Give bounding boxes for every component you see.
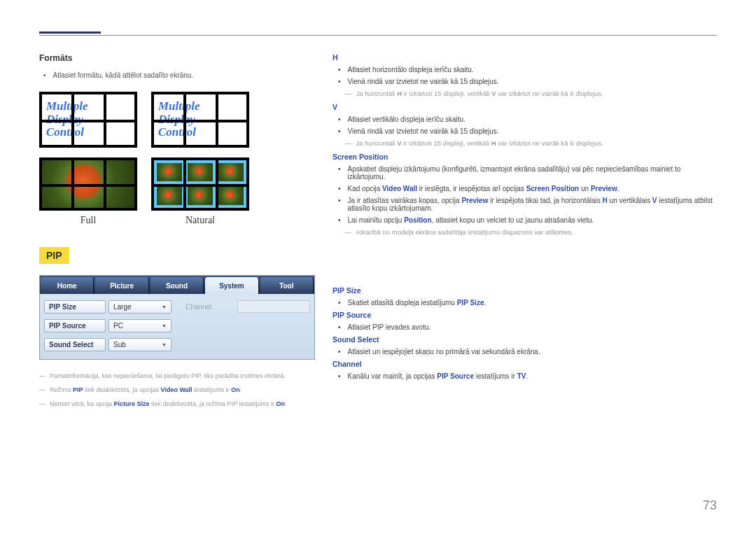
list-item: Atlasiet vertikālo displeja ierīču skait… — [338, 115, 717, 123]
pip-source-select[interactable]: PC▼ — [108, 319, 172, 332]
pip-size-select[interactable]: Large▼ — [108, 300, 172, 314]
list-item: Apskatiet displeju izkārtojumu (konfigur… — [338, 165, 717, 181]
list-item: Atlasiet PIP ievades avotu. — [338, 323, 717, 331]
tab-home[interactable]: Home — [41, 277, 94, 294]
channel-heading: Channel — [332, 360, 717, 368]
screen-position-heading: Screen Position — [332, 153, 717, 161]
list-item: Kanālu var mainīt, ja opcijas PIP Source… — [338, 372, 717, 380]
list-item: Atlasiet horizontālo displeja ierīču ska… — [338, 66, 717, 73]
list-item: Vienā rindā var izvietot ne vairāk kā 15… — [338, 127, 717, 135]
tab-system[interactable]: System — [205, 277, 258, 294]
list-item: Lai mainītu opciju Position, atlasiet ko… — [338, 216, 717, 224]
formats-heading: Formāts — [39, 53, 315, 63]
list-item: Vienā rindā var izvietot ne vairāk kā 15… — [338, 78, 717, 85]
pip-settings-panel: Home Picture Sound System Tool PIP Size … — [39, 275, 315, 360]
pip-size-label: PIP Size — [44, 300, 106, 314]
v-heading: V — [332, 103, 717, 111]
list-item: Skatiet atlasītā displeja iestatījumu PI… — [338, 299, 717, 307]
sound-select-label: Sound Select — [44, 338, 106, 351]
tab-bar: Home Picture Sound System Tool — [40, 276, 314, 294]
grid-natural-bottom — [151, 157, 249, 211]
sound-select-heading: Sound Select — [332, 335, 717, 344]
pip-source-label: PIP Source — [44, 319, 106, 332]
tab-picture[interactable]: Picture — [95, 277, 148, 294]
list-item: Kad opcija Video Wall ir ieslēgta, ir ie… — [338, 185, 717, 192]
channel-label-disabled: Channel — [186, 303, 237, 311]
tab-sound[interactable]: Sound — [150, 277, 204, 294]
list-item: Ja ir atlasītas vairākas kopas, opcija P… — [338, 197, 717, 212]
mode-full-label: Full — [39, 215, 137, 226]
list-item: Atlasiet un iespējojiet skaņu no primārā… — [338, 348, 717, 356]
note: ―Atkarībā no modeļa ekrāna sadalītāja ie… — [345, 228, 717, 236]
note: ―Ja horizontāli V ir izkārtoti 15 disple… — [345, 139, 717, 147]
pip-size-heading: PIP Size — [332, 286, 717, 295]
grid-natural-top: Multiple Display Control — [151, 92, 249, 148]
mode-natural-label: Natural — [151, 215, 249, 226]
h-heading: H — [332, 53, 717, 62]
grid-full-bottom — [39, 157, 137, 211]
formats-grids: Multiple Display Control Full — [39, 92, 315, 226]
sound-select-select[interactable]: Sub▼ — [108, 338, 172, 351]
channel-field-disabled — [237, 300, 310, 313]
pip-source-heading: PIP Source — [332, 311, 717, 319]
note: ―Ja horizontāli H ir izkārtoti 15 disple… — [345, 90, 717, 97]
pip-heading: PIP — [39, 247, 69, 264]
tab-tool[interactable]: Tool — [260, 277, 314, 294]
grid-full-top: Multiple Display Control — [39, 92, 137, 148]
formats-desc: Atlasiet formātu, kādā attēlot sadalīto … — [39, 71, 315, 79]
page-number: 73 — [703, 498, 717, 513]
pip-footnotes: ―Pamatinformācija, kas nepieciešama, lai… — [39, 372, 315, 407]
